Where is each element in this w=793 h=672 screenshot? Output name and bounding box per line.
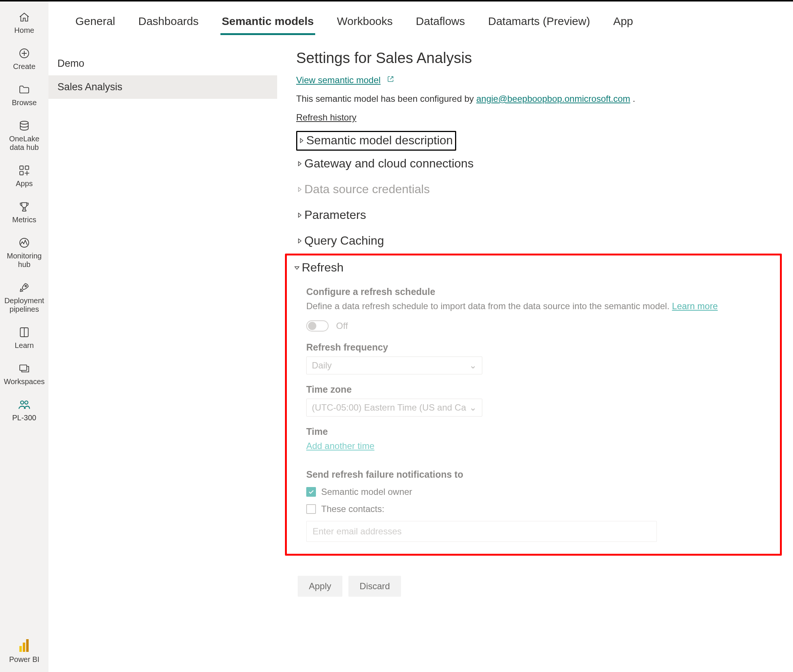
svg-point-1 — [20, 121, 28, 124]
tab-app[interactable]: App — [612, 10, 634, 34]
notify-contacts-label: These contacts: — [321, 504, 384, 514]
section-gateway[interactable]: Gateway and cloud connections — [296, 150, 778, 176]
svg-point-6 — [25, 285, 26, 287]
section-description-label: Semantic model description — [306, 133, 453, 147]
toggle-state-label: Off — [336, 321, 348, 331]
nav-pl300-label: PL-300 — [12, 414, 37, 422]
nav-deployment[interactable]: Deployment pipelines — [0, 275, 48, 320]
section-description-focus: Semantic model description — [296, 131, 456, 150]
refresh-toggle[interactable]: Off — [306, 320, 768, 331]
contacts-placeholder: Enter email addresses — [312, 526, 402, 537]
brand-powerbi[interactable]: Power BI — [8, 632, 41, 672]
nav-create[interactable]: Create — [0, 42, 48, 78]
frequency-select[interactable]: Daily ⌄ — [306, 357, 482, 374]
section-caching[interactable]: Query Caching — [296, 228, 778, 254]
open-external-icon — [387, 75, 394, 85]
section-credentials: Data source credentials — [296, 176, 778, 202]
discard-button[interactable]: Discard — [348, 576, 401, 597]
configured-prefix: This semantic model has been configured … — [296, 94, 476, 104]
svg-rect-12 — [26, 639, 29, 652]
svg-point-9 — [25, 401, 28, 404]
add-another-time-link[interactable]: Add another time — [306, 441, 375, 451]
svg-rect-4 — [20, 171, 23, 175]
caret-right-icon — [296, 238, 303, 244]
chevron-down-icon: ⌄ — [469, 360, 477, 371]
section-caching-label: Query Caching — [304, 234, 384, 248]
left-nav-rail: Home Create Browse OneLake data hub Apps — [0, 2, 48, 672]
app-root: Home Create Browse OneLake data hub Apps — [0, 0, 793, 672]
section-refresh-label: Refresh — [302, 261, 344, 274]
section-credentials-label: Data source credentials — [304, 182, 430, 196]
svg-rect-2 — [20, 166, 23, 169]
trophy-icon — [18, 200, 31, 213]
section-parameters[interactable]: Parameters — [296, 202, 778, 228]
svg-rect-11 — [23, 643, 26, 652]
time-label: Time — [306, 426, 768, 437]
apply-button[interactable]: Apply — [298, 576, 343, 597]
nav-learn[interactable]: Learn — [0, 320, 48, 357]
list-item[interactable]: Demo — [48, 52, 277, 75]
contacts-input[interactable]: Enter email addresses — [306, 521, 657, 542]
nav-home[interactable]: Home — [0, 5, 48, 42]
timezone-select[interactable]: (UTC-05:00) Eastern Time (US and Ca ⌄ — [306, 398, 482, 416]
caret-right-icon — [296, 186, 303, 193]
frequency-label: Refresh frequency — [306, 342, 768, 353]
timezone-label: Time zone — [306, 384, 768, 395]
refresh-highlight: Refresh Configure a refresh schedule Def… — [285, 254, 782, 556]
tabs: General Dashboards Semantic models Workb… — [48, 2, 793, 35]
timezone-value: (UTC-05:00) Eastern Time (US and Ca — [312, 402, 466, 413]
checkbox-contacts[interactable] — [306, 504, 316, 514]
checkbox-owner[interactable] — [306, 487, 316, 497]
section-refresh[interactable]: Refresh — [293, 258, 768, 280]
apps-icon — [18, 164, 31, 177]
chevron-down-icon: ⌄ — [469, 402, 477, 413]
toggle-switch[interactable] — [306, 320, 328, 331]
nav-pl300[interactable]: PL-300 — [0, 393, 48, 429]
folder-icon — [18, 83, 31, 96]
caret-down-icon — [293, 264, 300, 271]
nav-deployment-label: Deployment pipelines — [2, 296, 47, 314]
nav-apps-label: Apps — [16, 179, 33, 188]
toggle-knob — [308, 322, 316, 330]
list-item[interactable]: Sales Analysis — [48, 75, 277, 99]
notify-contacts-row[interactable]: These contacts: — [306, 504, 768, 514]
frequency-value: Daily — [312, 360, 332, 371]
nav-monitoring[interactable]: Monitoring hub — [0, 231, 48, 275]
notify-owner-label: Semantic model owner — [321, 486, 412, 497]
refresh-schedule-heading: Configure a refresh schedule — [306, 286, 768, 297]
workspaces-icon — [18, 362, 31, 375]
nav-browse-label: Browse — [12, 98, 37, 107]
view-semantic-model-link[interactable]: View semantic model — [296, 75, 380, 85]
nav-browse[interactable]: Browse — [0, 78, 48, 114]
section-description[interactable]: Semantic model description — [298, 132, 453, 149]
tab-workbooks[interactable]: Workbooks — [335, 10, 394, 34]
main: General Dashboards Semantic models Workb… — [48, 2, 793, 672]
caret-right-icon — [296, 160, 303, 167]
actions: Apply Discard — [298, 576, 778, 597]
nav-onelake-label: OneLake data hub — [2, 134, 47, 152]
sections: Semantic model description Gateway and c… — [296, 131, 778, 597]
tab-semantic-models[interactable]: Semantic models — [220, 10, 316, 34]
tab-general[interactable]: General — [74, 10, 117, 34]
nav-metrics-label: Metrics — [12, 216, 36, 224]
refresh-schedule-desc-text: Define a data refresh schedule to import… — [306, 301, 672, 311]
nav-workspaces[interactable]: Workspaces — [0, 357, 48, 393]
database-icon — [18, 119, 31, 133]
nav-apps[interactable]: Apps — [0, 158, 48, 195]
tab-datamarts[interactable]: Datamarts (Preview) — [487, 10, 591, 34]
nav-monitoring-label: Monitoring hub — [2, 252, 47, 269]
notify-owner-row[interactable]: Semantic model owner — [306, 486, 768, 497]
svg-rect-7 — [20, 365, 27, 371]
tab-dashboards[interactable]: Dashboards — [137, 10, 200, 34]
nav-home-label: Home — [14, 26, 34, 35]
nav-metrics[interactable]: Metrics — [0, 195, 48, 231]
caret-right-icon — [298, 137, 305, 144]
tab-dataflows[interactable]: Dataflows — [414, 10, 467, 34]
configured-email-link[interactable]: angie@beepboopbop.onmicrosoft.com — [476, 94, 630, 104]
svg-rect-10 — [19, 646, 22, 652]
nav-onelake[interactable]: OneLake data hub — [0, 114, 48, 158]
model-list: Demo Sales Analysis — [48, 35, 277, 672]
refresh-history-link[interactable]: Refresh history — [296, 112, 356, 122]
learn-more-link[interactable]: Learn more — [672, 301, 718, 311]
refresh-schedule-desc: Define a data refresh schedule to import… — [306, 301, 768, 311]
